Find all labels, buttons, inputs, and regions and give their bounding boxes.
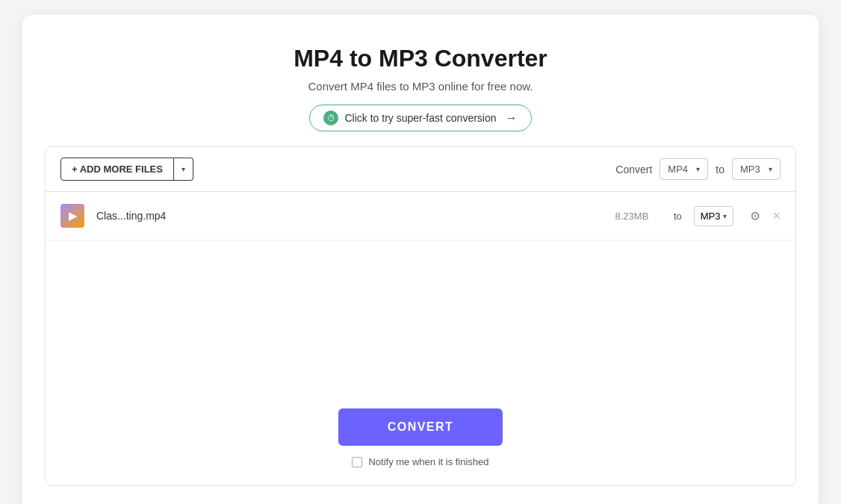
play-icon: ▶: [69, 210, 77, 222]
file-name: Clas...ting.mp4: [96, 210, 590, 222]
to-label: to: [716, 164, 724, 175]
page-header: MP4 to MP3 Converter Convert MP4 files t…: [45, 45, 796, 131]
page-wrapper: MP4 to MP3 Converter Convert MP4 files t…: [22, 15, 819, 504]
from-format-caret-icon: ▾: [696, 165, 700, 173]
notify-checkbox[interactable]: [352, 457, 362, 467]
file-to-label: to: [674, 211, 682, 222]
gear-icon[interactable]: ⚙: [750, 209, 760, 223]
convert-button[interactable]: CONVERT: [338, 408, 503, 446]
notify-section: Notify me when it is finished: [352, 456, 488, 467]
toolbar-left: + ADD MORE FILES ▾: [60, 158, 193, 181]
convert-section: CONVERT Notify me when it is finished: [46, 386, 795, 485]
add-files-dropdown-button[interactable]: ▾: [174, 158, 193, 181]
clock-icon: ⏱: [323, 111, 338, 125]
toolbar: + ADD MORE FILES ▾ Convert MP4 ▾ to MP3 …: [46, 147, 795, 192]
remove-file-button[interactable]: ×: [772, 208, 781, 224]
add-files-caret-icon: ▾: [181, 165, 185, 173]
converter-box: + ADD MORE FILES ▾ Convert MP4 ▾ to MP3 …: [45, 146, 796, 486]
promo-text: Click to try super-fast conversion: [344, 112, 496, 124]
convert-label: Convert: [615, 164, 652, 175]
toolbar-right: Convert MP4 ▾ to MP3 ▾: [615, 158, 781, 180]
page-title: MP4 to MP3 Converter: [45, 45, 796, 72]
file-format-select[interactable]: MP3 ▾: [694, 206, 734, 226]
file-size: 8.23MB: [602, 211, 662, 222]
to-format-caret-icon: ▾: [769, 165, 772, 173]
file-list: ▶ Clas...ting.mp4 8.23MB to MP3 ▾ ⚙ ×: [46, 192, 795, 386]
promo-badge[interactable]: ⏱ Click to try super-fast conversion →: [309, 105, 531, 131]
to-format-select[interactable]: MP3 ▾: [732, 158, 781, 180]
from-format-select[interactable]: MP4 ▾: [660, 158, 708, 180]
notify-label: Notify me when it is finished: [368, 456, 488, 467]
page-subtitle: Convert MP4 files to MP3 online for free…: [45, 80, 796, 93]
file-format-caret-icon: ▾: [723, 212, 727, 220]
add-files-button[interactable]: + ADD MORE FILES: [60, 158, 174, 181]
file-type-icon: ▶: [60, 204, 84, 228]
promo-arrow: →: [506, 111, 518, 125]
table-row: ▶ Clas...ting.mp4 8.23MB to MP3 ▾ ⚙ ×: [46, 192, 795, 240]
